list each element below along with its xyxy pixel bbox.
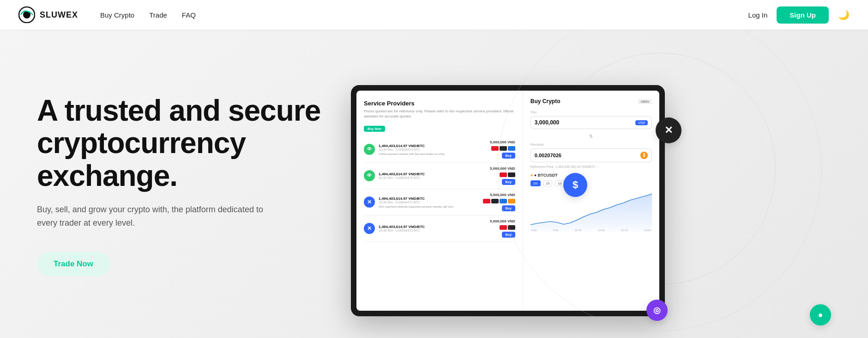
xrp-icon: ✕: [656, 117, 681, 143]
provider-price-3: 1,494,403,614.97 VND/BTC: [379, 197, 479, 201]
provider-note-1: Online payment solution with fast and si…: [379, 153, 486, 155]
provider-logo-1: [364, 144, 375, 155]
dark-mode-toggle[interactable]: 🌙: [838, 9, 850, 20]
provider-info-1: 1,494,403,614.97 VND/BTC 10-30 Min · 0.0…: [379, 144, 486, 155]
buy-button-1[interactable]: Buy: [502, 153, 515, 159]
hero-title: A trusted and secure cryptocurrency exch…: [37, 94, 332, 192]
trade-now-button[interactable]: Trade Now: [37, 252, 110, 276]
signup-button[interactable]: Sign Up: [777, 6, 829, 24]
login-button[interactable]: Log In: [748, 11, 768, 19]
bc-spend-label: You: [530, 110, 652, 114]
nav-faq[interactable]: FAQ: [182, 11, 196, 19]
payment-icons-2: [500, 172, 515, 177]
provider-row: 1,494,403,614.97 VND/BTC 10-32 Min · 0.0…: [364, 163, 515, 189]
pay-icon-bank-3: [500, 199, 507, 203]
bc-spend-input[interactable]: 3,000,000 VND: [530, 116, 652, 129]
purple-float-icon: ◎: [646, 300, 668, 321]
provider-info-4: 1,494,403,614.97 VND/BTC 10-30 Min · 0.0…: [379, 225, 486, 232]
service-providers-panel: Service Providers Prices quoted are for …: [356, 91, 523, 311]
payment-icons-4: [500, 225, 515, 230]
laptop-mockup: Service Providers Prices quoted are for …: [351, 85, 665, 316]
buy-button-2[interactable]: Buy: [502, 179, 515, 185]
provider-meta-4: 10-30 Min · 0.00534473 BTC: [379, 229, 486, 232]
pay-icon-visa: [491, 146, 499, 151]
provider-amounts-1: 5,000,000 VND: [490, 140, 515, 144]
sp-desc: Prices quoted are for reference only. Pl…: [364, 109, 515, 119]
provider-note-3: 200+ payment methods supported via bank …: [379, 205, 479, 208]
swap-icon: ⇅: [530, 134, 652, 139]
buy-button-3[interactable]: Buy: [502, 205, 515, 211]
provider-amounts-3: 5,000,000 VND: [490, 193, 515, 197]
pay-icon-mc-3: [491, 199, 499, 203]
laptop-screen: Service Providers Prices quoted are for …: [356, 91, 659, 311]
bc-receive-input[interactable]: 0.00207026 ₿: [530, 148, 652, 162]
bc-ref-price: Reference Price: 1,450,939,280.43 VND/BT…: [530, 165, 652, 168]
provider-logo-4: ✕: [364, 223, 375, 234]
hero-left: A trusted and secure cryptocurrency exch…: [37, 57, 351, 276]
buy-now-chip[interactable]: Buy Now: [364, 126, 385, 132]
provider-amounts-2: 5,000,000 VND: [490, 166, 515, 171]
provider-row: 1,494,403,614.97 VND/BTC 10-30 Min · 0.0…: [364, 136, 515, 163]
provider-meta-3: 10-30 Min · 0.00534473 BTC: [379, 201, 479, 204]
pay-icon-visa-2: [500, 172, 507, 177]
bc-title: Buy Crypto: [530, 98, 561, 104]
payment-icons-3: [483, 199, 515, 203]
logo[interactable]: SLUWEX: [18, 6, 78, 23]
provider-logo-3: ✕: [364, 197, 375, 208]
provider-row: ✕ 1,494,403,614.97 VND/BTC 10-30 Min · 0…: [364, 215, 515, 242]
green-float-icon: ●: [810, 304, 831, 326]
buy-crypto-panel: Buy Crypto vdshv You 3,000,000 VND ⇅ Rec…: [523, 91, 659, 311]
provider-meta-2: 10-32 Min · 0.00534473 BTC: [379, 176, 486, 179]
provider-price-2: 1,494,403,614.97 VND/BTC: [379, 172, 486, 176]
nav-buy-crypto[interactable]: Buy Crypto: [100, 11, 134, 19]
provider-info-2: 1,494,403,614.97 VND/BTC 10-32 Min · 0.0…: [379, 172, 486, 179]
pay-icon-mc: [500, 146, 507, 151]
provider-meta-1: 10-30 Min · 0.00534473 BTC: [379, 148, 486, 151]
nav-links: Buy Crypto Trade FAQ: [100, 11, 748, 19]
hero-right: Service Providers Prices quoted are for …: [351, 76, 868, 335]
btc-currency-icon: ₿: [640, 152, 648, 159]
pay-icon-crypto-3: [508, 199, 515, 203]
pay-icon-bank: [508, 146, 515, 151]
pay-icon-mc-4: [508, 225, 515, 230]
logo-text: SLUWEX: [40, 10, 78, 20]
bc-header: Buy Crypto vdshv: [530, 98, 652, 104]
bc-receive-amount: 0.00207026: [535, 153, 561, 158]
pay-icon-visa-3: [483, 199, 490, 203]
provider-logo-2: [364, 170, 375, 181]
provider-price-4: 1,494,403,614.97 VND/BTC: [379, 225, 486, 229]
tf-1h[interactable]: 1h: [543, 180, 553, 186]
provider-row: ✕ 1,494,403,614.97 VND/BTC 10-30 Min · 0…: [364, 189, 515, 215]
svg-point-5: [368, 175, 370, 177]
tf-1m[interactable]: 1m: [530, 180, 541, 186]
sp-title: Service Providers: [364, 100, 515, 107]
provider-amounts-4: 5,000,000 VND: [490, 219, 515, 223]
bc-receive-label: Receive: [530, 142, 652, 147]
provider-price-1: 1,494,403,614.97 VND/BTC: [379, 144, 486, 148]
bc-badge: vdshv: [638, 99, 652, 104]
bc-spend-amount: 3,000,000: [535, 119, 559, 126]
coin-label: ● ● BTCUSDT: [530, 173, 652, 178]
payment-icons-1: [491, 146, 515, 151]
hero-subtitle: Buy, sell, and grow your crypto with, th…: [37, 203, 268, 230]
navbar: SLUWEX Buy Crypto Trade FAQ Log In Sign …: [0, 0, 868, 30]
buy-button-4[interactable]: Buy: [502, 232, 515, 238]
pay-icon-mc-2: [508, 172, 515, 177]
nav-right: Log In Sign Up 🌙: [748, 6, 850, 24]
hero-section: A trusted and secure cryptocurrency exch…: [0, 30, 868, 338]
dollar-icon: $: [563, 173, 587, 197]
svg-point-3: [368, 148, 370, 150]
bc-spend-currency: VND: [635, 120, 648, 125]
nav-trade[interactable]: Trade: [149, 11, 167, 19]
logo-icon: [18, 6, 35, 23]
price-chart: 9:009:3010:0010:3010:4310:53: [530, 190, 652, 232]
provider-info-3: 1,494,403,614.97 VND/BTC 10-30 Min · 0.0…: [379, 197, 479, 208]
pay-icon-visa-4: [500, 225, 507, 230]
coin-timeframes: 1m 1h 1d: [530, 180, 652, 186]
